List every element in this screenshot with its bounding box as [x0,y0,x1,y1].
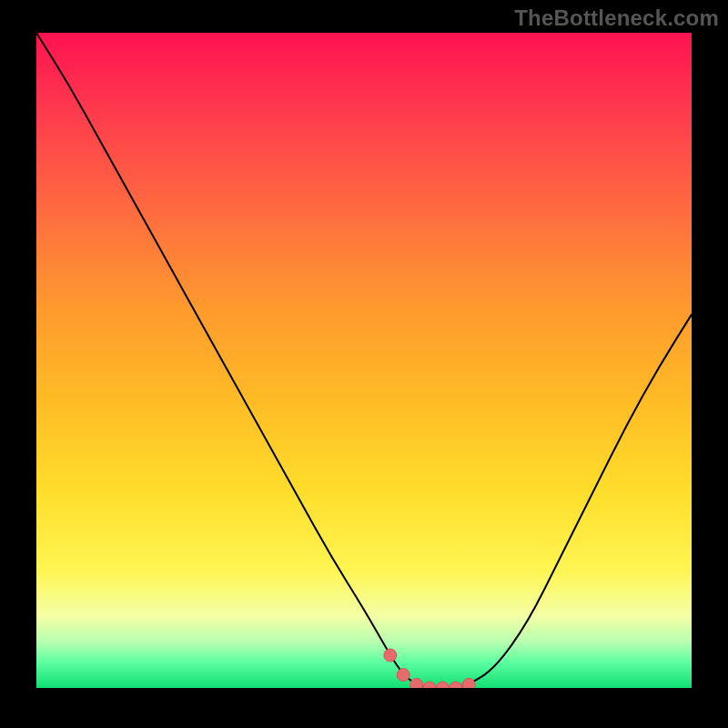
valley-marker [450,682,462,688]
watermark-text: TheBottleneck.com [514,5,719,31]
valley-marker [436,682,449,688]
bottleneck-curve-svg [36,33,692,688]
valley-marker [384,649,397,662]
chart-frame: TheBottleneck.com [0,0,728,728]
valley-marker [397,669,410,682]
valley-marker [423,682,436,688]
bottleneck-curve [36,33,692,688]
plot-area [36,33,692,688]
valley-markers [384,649,475,688]
valley-marker [410,678,423,688]
valley-marker [462,678,475,688]
